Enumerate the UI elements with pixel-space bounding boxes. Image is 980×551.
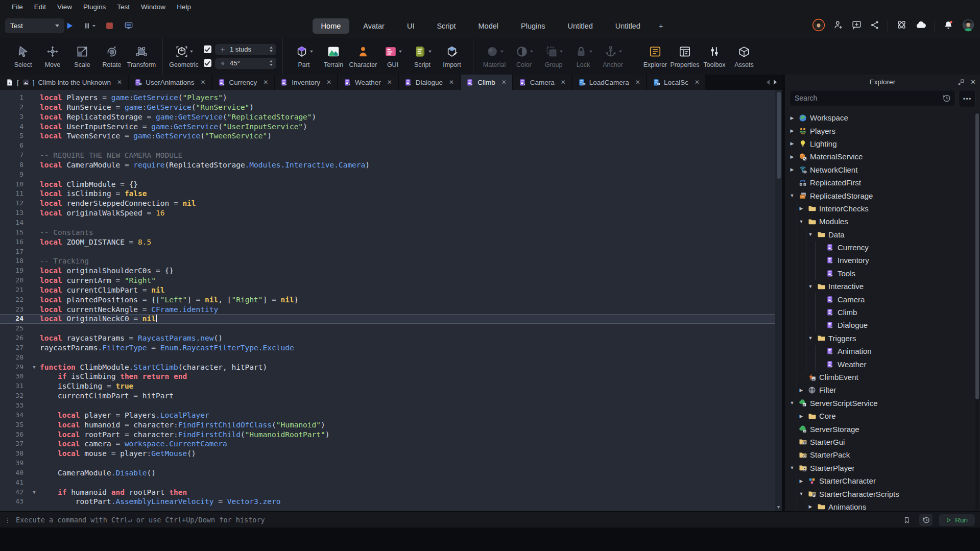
close-tab-icon[interactable]: ✕: [695, 79, 700, 86]
ribbon-tab-new-8[interactable]: +: [654, 18, 667, 34]
undock-icon[interactable]: [958, 78, 965, 86]
toolbar-button-script[interactable]: Script: [408, 44, 437, 68]
pause-button[interactable]: [83, 21, 95, 30]
close-tab-icon[interactable]: ✕: [117, 79, 122, 86]
tree-item-lighting[interactable]: ▶ Lighting: [788, 137, 974, 150]
code-line-24[interactable]: 24 local OriginalNeckC0 = nil: [0, 314, 775, 324]
code-line-10[interactable]: 10 local ClimbModule = {}: [0, 180, 775, 189]
toolbar-button-import[interactable]: Import: [437, 44, 467, 68]
tree-chevron-icon[interactable]: ▶: [789, 167, 795, 172]
code-line-35[interactable]: 35 local humanoid = character:FindFirstC…: [0, 420, 775, 430]
script-tab-climb-into-the-unknown[interactable]: []Climb into the Unknown✕: [0, 75, 128, 90]
toolbar-button-move[interactable]: Move: [38, 44, 67, 68]
tree-chevron-icon[interactable]: ▶: [798, 478, 804, 484]
tree-item-climbevent[interactable]: ClimbEvent: [797, 371, 974, 384]
code-line-8[interactable]: 8 local CameraModule = require(Replicate…: [0, 160, 775, 170]
toolbar-button-toolbox[interactable]: Toolbox: [700, 44, 729, 68]
bell-button[interactable]: [943, 19, 954, 33]
tree-item-replicatedstorage[interactable]: ▼ ReplicatedStorage: [788, 189, 974, 202]
code-line-39[interactable]: 39: [0, 459, 775, 468]
tree-item-interiorchecks[interactable]: ▶ InteriorChecks: [797, 202, 974, 215]
script-tab-weather[interactable]: Weather✕: [338, 75, 398, 90]
tree-chevron-icon[interactable]: ▼: [807, 284, 814, 289]
tree-chevron-icon[interactable]: ▶: [789, 141, 795, 146]
tree-chevron-icon[interactable]: ▼: [798, 219, 804, 224]
tree-item-startergui[interactable]: StarterGui: [788, 436, 974, 448]
script-editor[interactable]: 1 local Players = game:GetService("Playe…: [0, 90, 782, 511]
code-line-18[interactable]: 18 -- Tracking: [0, 256, 775, 266]
code-line-6[interactable]: 6: [0, 141, 775, 151]
script-tab-localsc[interactable]: LocalSc✕: [647, 75, 705, 90]
menu-help[interactable]: Help: [171, 1, 197, 13]
tree-item-filter[interactable]: ▶ Filter: [797, 384, 974, 396]
toolbar-button-gui[interactable]: GUI: [378, 44, 408, 68]
ribbon-tab-untitled-7[interactable]: Untitled: [607, 18, 649, 34]
code-line-19[interactable]: 19 local originalShoulderC0s = {}: [0, 266, 775, 276]
toolbar-button-assets[interactable]: Assets: [729, 44, 759, 68]
tree-item-tools[interactable]: Tools: [816, 267, 974, 280]
snap-move-field[interactable]: 1 studs: [215, 44, 276, 55]
tree-item-networkclient[interactable]: ▶ NetworkClient: [788, 163, 974, 176]
script-tab-inventory[interactable]: Inventory✕: [275, 75, 337, 90]
code-line-20[interactable]: 20 local currentArm = "Right": [0, 276, 775, 285]
code-line-31[interactable]: 31 isClimbing = true: [0, 381, 775, 391]
code-line-41[interactable]: 41: [0, 478, 775, 488]
explorer-scrollbar[interactable]: [975, 112, 979, 510]
close-tab-icon[interactable]: ✕: [501, 79, 507, 86]
code-line-28[interactable]: 28: [0, 353, 775, 363]
menu-plugins[interactable]: Plugins: [78, 1, 111, 13]
tree-item-weather[interactable]: Weather: [816, 357, 974, 370]
code-line-11[interactable]: 11 local isClimbing = false: [0, 189, 775, 199]
ribbon-tab-untitled-6[interactable]: Untitled: [559, 18, 602, 34]
close-tab-icon[interactable]: ✕: [635, 79, 640, 86]
tree-item-serverscriptservice[interactable]: ▼ ServerScriptService: [788, 397, 974, 410]
toolbar-button-geometric[interactable]: Geometric: [169, 44, 199, 68]
code-line-15[interactable]: 15 -- Constants: [0, 228, 775, 237]
code-line-1[interactable]: 1 local Players = game:GetService("Playe…: [0, 93, 775, 103]
close-tab-icon[interactable]: ✕: [263, 79, 268, 86]
tree-chevron-icon[interactable]: ▶: [789, 154, 795, 159]
tree-chevron-icon[interactable]: ▼: [798, 491, 804, 496]
toolbar-button-terrain[interactable]: Terrain: [319, 44, 348, 68]
code-line-7[interactable]: 7 -- REQUIRE THE NEW CAMERA MODULE: [0, 151, 775, 160]
toolbar-button-scale[interactable]: Scale: [67, 44, 97, 68]
tree-item-camera[interactable]: Camera: [816, 293, 974, 305]
chat-plus-button[interactable]: [851, 19, 862, 32]
tree-chevron-icon[interactable]: ▶: [798, 388, 804, 393]
tree-chevron-icon[interactable]: ▶: [807, 504, 814, 509]
close-tab-icon[interactable]: ✕: [449, 79, 454, 86]
code-line-33[interactable]: 33: [0, 401, 775, 411]
tree-item-serverstorage[interactable]: ServerStorage: [788, 422, 974, 435]
editor-scrollbar-thumb[interactable]: [777, 92, 781, 179]
search-history-icon[interactable]: [942, 94, 951, 103]
tree-chevron-icon[interactable]: ▶: [789, 115, 795, 121]
code-line-37[interactable]: 37 local camera = workspace.CurrentCamer…: [0, 439, 775, 449]
code-line-26[interactable]: 26 local raycastParams = RaycastParams.n…: [0, 333, 775, 343]
tree-item-workspace[interactable]: ▶ Workspace: [788, 111, 974, 124]
fold-arrow-icon[interactable]: ▼: [29, 363, 40, 372]
toolbar-button-explorer[interactable]: Explorer: [640, 44, 670, 68]
close-tab-icon[interactable]: ✕: [561, 79, 566, 86]
code-line-17[interactable]: 17: [0, 247, 775, 257]
menu-file[interactable]: File: [6, 1, 29, 13]
tree-item-starterplayer[interactable]: ▼ StarterPlayer: [788, 462, 974, 474]
tree-item-inventory[interactable]: Inventory: [816, 254, 974, 267]
toolbar-button-properties[interactable]: Properties: [670, 44, 700, 68]
code-line-22[interactable]: 22 local plantedPositions = {["Left"] = …: [0, 295, 775, 305]
tree-item-core[interactable]: ▶ Core: [797, 410, 974, 422]
snap-rotate-checkbox[interactable]: [204, 59, 211, 67]
code-line-29[interactable]: 29 ▼ function ClimbModule.StartClimb(cha…: [0, 363, 775, 372]
code-line-40[interactable]: 40 CameraModule.Disable(): [0, 468, 775, 478]
ribbon-tab-model-4[interactable]: Model: [470, 18, 508, 34]
code-line-2[interactable]: 2 local RunService = game:GetService("Ru…: [0, 103, 775, 112]
tree-item-animation[interactable]: Animation: [816, 345, 974, 357]
scroll-tabs-left-arrow[interactable]: [767, 80, 770, 85]
tree-item-climb[interactable]: Climb: [816, 306, 974, 319]
tree-item-dialogue[interactable]: Dialogue: [816, 319, 974, 331]
close-tab-icon[interactable]: ✕: [387, 79, 392, 86]
code-line-3[interactable]: 3 local ReplicatedStorage = game:GetServ…: [0, 112, 775, 122]
script-tab-climb[interactable]: Climb✕: [461, 75, 512, 90]
menu-view[interactable]: View: [52, 1, 78, 13]
menu-window[interactable]: Window: [135, 1, 171, 13]
toolbar-button-part[interactable]: Part: [289, 44, 319, 68]
